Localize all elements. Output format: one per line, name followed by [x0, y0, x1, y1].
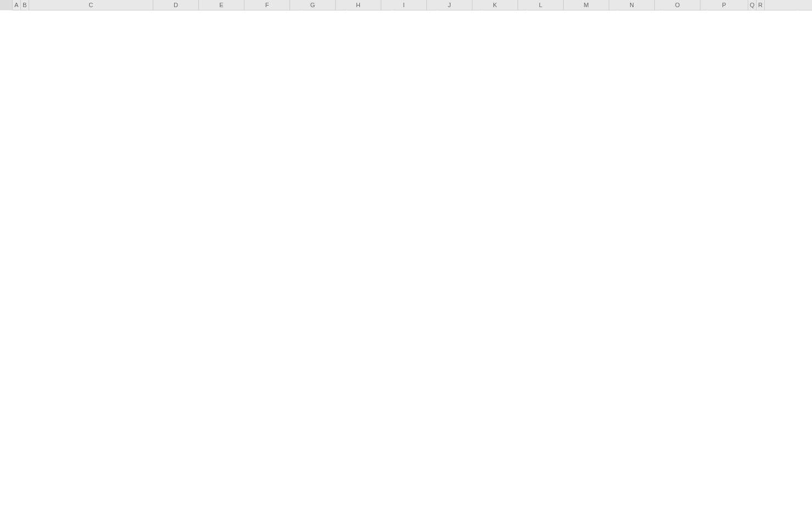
spreadsheet: A B C D E F G H I J K L M N O P Q R 1234… [0, 0, 812, 10]
cell-grid[interactable]: Investment Property Record Book - FY 10B… [12, 10, 812, 10]
back-to-summary-link[interactable]: Back to Summary [527, 10, 618, 10]
row-headers: 1234567891011121314151617181920212223242… [0, 10, 13, 10]
page-title[interactable]: Investment Property Record Book - FY 10 [27, 10, 302, 10]
